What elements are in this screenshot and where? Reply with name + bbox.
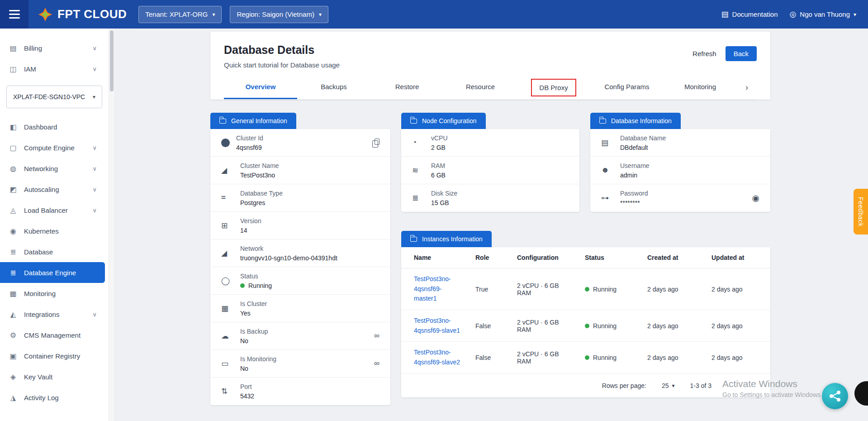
sidebar-item-dashboard[interactable]: ◧ Dashboard	[0, 116, 105, 137]
documentation-link[interactable]: ▤ Documentation	[721, 10, 778, 19]
instances-table: Name Role Configuration Status Created a…	[401, 247, 770, 374]
refresh-button[interactable]: Refresh	[693, 50, 716, 57]
rows-per-page-select[interactable]: 25 ▾	[662, 382, 675, 389]
page-header-card: Database Details Quick start tutorial fo…	[210, 32, 770, 100]
instance-name-link[interactable]: TestPost3no-4qsnsf69-master1	[414, 275, 451, 302]
container-registry-icon: ▣	[8, 352, 18, 360]
status-running-dot	[585, 287, 589, 292]
user-name: Ngo van Thuong	[800, 10, 850, 18]
col-header-role: Role	[470, 247, 512, 268]
port-icon: ⇅	[221, 387, 234, 396]
sidebar-item-label: Networking	[24, 165, 58, 172]
info-row-is-monitoring: ▭ Is MonitoringNo ∞	[210, 350, 390, 378]
monitoring-icon: ▦	[8, 289, 18, 298]
info-row-cluster-name: ◢ Cluster NameTestPost3no	[210, 157, 390, 184]
chevron-down-icon: ∨	[92, 186, 97, 193]
disk-icon: ≣	[412, 193, 425, 203]
instance-name-link[interactable]: TestPost3no-4qsnsf69-slave2	[414, 349, 460, 366]
tab-monitoring[interactable]: Monitoring	[664, 76, 737, 99]
sidebar-scrollbar[interactable]	[109, 29, 114, 421]
caret-down-icon: ▾	[672, 383, 674, 389]
password-key-icon: ⊶	[601, 193, 614, 203]
instance-name-link[interactable]: TestPost3no-4qsnsf69-slave1	[414, 317, 460, 334]
table-row: TestPost3no-4qsnsf69-master1 True 2 vCPU…	[401, 268, 770, 310]
col-header-updated-at: Updated at	[706, 247, 770, 268]
dashboard-icon: ◧	[8, 123, 18, 131]
tabs-scroll-right-button[interactable]: ›	[737, 76, 757, 99]
sidebar-item-label: Load Balancer	[24, 206, 68, 214]
sidebar-item-iam[interactable]: ◫ IAM ∨	[0, 58, 105, 79]
info-row-version: ⊞ Version14	[210, 212, 390, 239]
node-configuration-card: Node Configuration ◔ vCPU2 GB ≋ RAM6 GB …	[401, 113, 579, 212]
is-cluster-icon: ▦	[221, 304, 234, 313]
tenant-selector[interactable]: Tenant: XPLAT-ORG ▾	[138, 6, 222, 23]
sidebar: ▤ Billing ∨ ◫ IAM ∨ XPLAT-FDE-SGN10-VPC …	[0, 29, 109, 421]
instances-information-card: Instances Information Name Role Configur…	[401, 231, 770, 397]
info-icon	[221, 139, 230, 147]
user-icon: ◎	[789, 10, 796, 19]
tab-db-proxy[interactable]: DB Proxy	[517, 76, 590, 99]
region-selector[interactable]: Region: Saigon (Vietnam) ▾	[230, 6, 328, 23]
sidebar-item-load-balancer[interactable]: ◬ Load Balancer ∨	[0, 200, 105, 220]
tab-resource[interactable]: Resource	[444, 76, 517, 99]
sidebar-item-billing[interactable]: ▤ Billing ∨	[0, 38, 105, 58]
info-row-port: ⇅ Port5432	[210, 378, 390, 405]
sidebar-item-container-registry[interactable]: ▣ Container Registry	[0, 345, 105, 366]
tab-config-params[interactable]: Config Params	[590, 76, 664, 99]
feedback-tab[interactable]: Feedback	[854, 189, 868, 234]
sidebar-item-compute-engine[interactable]: ▢ Compute Engine ∨	[0, 137, 105, 158]
chevron-down-icon: ∨	[92, 144, 97, 151]
link-icon[interactable]: ∞	[374, 359, 379, 368]
support-chat-button[interactable]	[822, 383, 848, 409]
show-password-eye-icon[interactable]: ◉	[752, 193, 759, 203]
folder-icon	[410, 119, 417, 124]
folder-icon	[410, 237, 417, 242]
integrations-icon: ◭	[8, 310, 18, 319]
chevron-down-icon: ∨	[92, 207, 97, 214]
sidebar-item-activity-log[interactable]: ◮ Activity Log	[0, 387, 105, 408]
sidebar-item-label: Database	[24, 248, 53, 256]
tab-backups[interactable]: Backups	[297, 76, 370, 99]
back-button[interactable]: Back	[726, 46, 757, 61]
database-information-card: Database Information ▤ Database NameDBde…	[590, 113, 770, 212]
sidebar-item-cms-management[interactable]: ⚙ CMS Management	[0, 325, 105, 345]
user-menu[interactable]: ◎ Ngo van Thuong ▾	[789, 10, 856, 19]
sidebar-item-integrations[interactable]: ◭ Integrations ∨	[0, 304, 105, 325]
link-icon[interactable]: ∞	[374, 331, 379, 340]
chevron-down-icon: ∨	[92, 66, 97, 72]
fpt-cloud-logo[interactable]: FPT CLOUD	[38, 7, 127, 22]
activity-log-icon: ◮	[8, 393, 18, 402]
caret-down-icon: ▾	[93, 94, 95, 100]
sidebar-item-label: Monitoring	[24, 290, 56, 297]
sidebar-item-key-vault[interactable]: ◈ Key Vault	[0, 366, 105, 387]
sidebar-item-kubernetes[interactable]: ◉ Kubernetes	[0, 220, 105, 241]
table-row: TestPost3no-4qsnsf69-slave2 False 2 vCPU…	[401, 342, 770, 373]
autoscaling-icon: ◩	[8, 185, 18, 194]
caret-down-icon: ▾	[319, 11, 322, 18]
sidebar-item-database[interactable]: ≣ Database	[0, 241, 105, 262]
sidebar-item-monitoring[interactable]: ▦ Monitoring	[0, 283, 105, 304]
info-row-vcpu: ◔ vCPU2 GB	[401, 129, 579, 157]
iam-icon: ◫	[8, 65, 18, 73]
documentation-label: Documentation	[732, 10, 778, 18]
tab-restore[interactable]: Restore	[370, 76, 444, 99]
info-row-is-backup: ☁ Is BackupNo ∞	[210, 322, 390, 350]
sidebar-item-database-engine[interactable]: ≣ Database Engine	[0, 262, 105, 283]
info-row-cluster-id: Cluster Id4qsnsf69	[210, 129, 390, 157]
sidebar-item-networking[interactable]: ◍ Networking ∨	[0, 158, 105, 179]
sidebar-item-autoscaling[interactable]: ◩ Autoscaling ∨	[0, 179, 105, 200]
monitoring-row-icon: ▭	[221, 359, 234, 368]
logo-text: FPT CLOUD	[57, 7, 127, 21]
tab-overview[interactable]: Overview	[224, 76, 297, 99]
status-running-dot	[585, 355, 589, 360]
sidebar-item-label: IAM	[24, 65, 36, 73]
node-configuration-header: Node Configuration	[401, 113, 486, 129]
sidebar-scrollbar-thumb[interactable]	[110, 30, 114, 91]
hamburger-menu-button[interactable]	[0, 0, 28, 29]
vpc-selector[interactable]: XPLAT-FDE-SGN10-VPC ▾	[6, 86, 102, 108]
networking-icon: ◍	[8, 164, 18, 173]
kubernetes-icon: ◉	[8, 227, 18, 235]
col-header-created-at: Created at	[642, 247, 706, 268]
copy-icon[interactable]	[375, 138, 379, 147]
sidebar-item-label: Autoscaling	[24, 186, 59, 193]
